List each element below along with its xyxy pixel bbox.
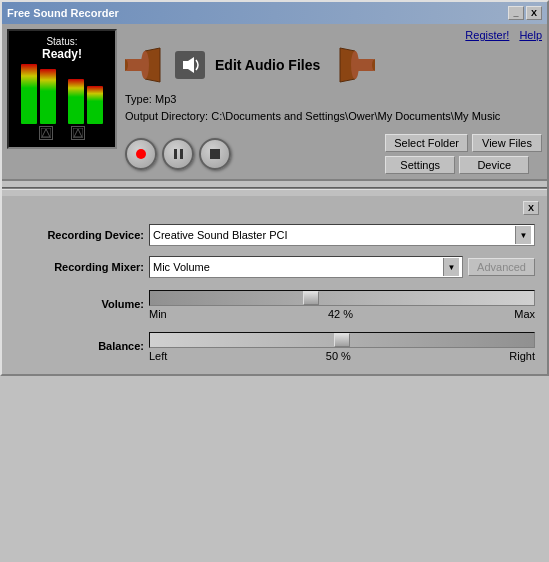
top-links-row: Register! Help — [125, 29, 542, 41]
edit-audio-row: Edit Audio Files — [125, 46, 542, 84]
balance-slider-thumb[interactable] — [334, 333, 350, 347]
vu-bar-right-1 — [68, 79, 84, 124]
recording-device-label: Recording Device: — [14, 229, 144, 241]
balance-slider-labels: Left 50 % Right — [149, 350, 535, 362]
help-link[interactable]: Help — [519, 29, 542, 41]
record-button[interactable] — [125, 138, 157, 170]
status-label: Status: — [9, 36, 115, 47]
select-folder-button[interactable]: Select Folder — [385, 134, 468, 152]
register-link[interactable]: Register! — [465, 29, 509, 41]
view-files-button[interactable]: View Files — [472, 134, 542, 152]
svg-marker-1 — [42, 129, 50, 137]
horn-left-icon — [125, 46, 165, 84]
pause-bar-2 — [180, 149, 183, 159]
close-button[interactable]: X — [526, 6, 542, 20]
visualizer: Status: Ready! — [7, 29, 117, 149]
recording-mixer-label: Recording Mixer: — [14, 261, 144, 273]
action-row-1: Select Folder View Files — [385, 134, 542, 152]
pause-icon — [174, 149, 183, 159]
svg-marker-3 — [74, 129, 82, 137]
volume-max-label: Max — [514, 308, 535, 320]
type-value: Mp3 — [155, 93, 176, 105]
titlebar: Free Sound Recorder _ X — [2, 2, 547, 24]
recording-mixer-value: Mic Volume — [153, 261, 443, 273]
recording-mixer-control: Mic Volume ▼ Advanced — [149, 256, 535, 278]
volume-slider-labels: Min 42 % Max — [149, 308, 535, 320]
recording-device-control: Creative Sound Blaster PCI ▼ — [149, 224, 535, 246]
vu-indicator-right — [71, 126, 85, 140]
device-button[interactable]: Device — [459, 156, 529, 174]
vu-indicators — [39, 126, 85, 142]
minimize-button[interactable]: _ — [508, 6, 524, 20]
balance-left-label: Left — [149, 350, 167, 362]
transport-buttons — [125, 138, 231, 170]
titlebar-title: Free Sound Recorder — [7, 7, 119, 19]
status-area: Status: Ready! — [9, 36, 115, 61]
stop-button[interactable] — [199, 138, 231, 170]
action-buttons: Select Folder View Files Settings Device — [385, 134, 542, 174]
edit-audio-title: Edit Audio Files — [215, 57, 320, 73]
volume-label: Volume: — [14, 298, 144, 310]
pause-bar-1 — [174, 149, 177, 159]
balance-value-label: 50 % — [326, 350, 351, 362]
horn-right-icon — [330, 46, 375, 84]
output-dir-row: Output Directory: C:\Documents and Setti… — [125, 108, 542, 125]
volume-slider-container: Min 42 % Max — [149, 288, 535, 320]
vu-indicator-left — [39, 126, 53, 140]
recording-device-value: Creative Sound Blaster PCI — [153, 229, 515, 241]
section-separator — [2, 187, 547, 190]
output-dir-label: Output Directory: — [125, 110, 208, 122]
file-info: Type: Mp3 Output Directory: C:\Documents… — [125, 91, 542, 124]
volume-value-label: 42 % — [328, 308, 353, 320]
balance-label: Balance: — [14, 340, 144, 352]
type-label: Type: — [125, 93, 152, 105]
type-row: Type: Mp3 — [125, 91, 542, 108]
vu-bar-left-2 — [40, 69, 56, 124]
recording-mixer-arrow-icon: ▼ — [443, 258, 459, 276]
recording-mixer-dropdown[interactable]: Mic Volume ▼ — [149, 256, 463, 278]
vu-bar-left-1 — [21, 64, 37, 124]
bottom-close-button[interactable]: X — [523, 201, 539, 215]
vu-bar-group-left — [21, 64, 56, 124]
record-dot-icon — [136, 149, 146, 159]
recording-device-arrow-icon: ▼ — [515, 226, 531, 244]
titlebar-buttons: _ X — [508, 6, 542, 20]
bottom-section: X Recording Device: Creative Sound Blast… — [2, 196, 547, 374]
right-panel: Register! Help Edit Aud — [125, 29, 542, 174]
recording-device-dropdown[interactable]: Creative Sound Blaster PCI ▼ — [149, 224, 535, 246]
output-dir-value: C:\Documents and Settings\Ower\My Docume… — [211, 110, 500, 122]
pause-button[interactable] — [162, 138, 194, 170]
main-window: Free Sound Recorder _ X Status: Ready! — [0, 0, 549, 376]
volume-slider-track[interactable] — [149, 290, 535, 306]
settings-button[interactable]: Settings — [385, 156, 455, 174]
vu-bar-group-right — [68, 79, 103, 124]
volume-min-label: Min — [149, 308, 167, 320]
balance-slider-track[interactable] — [149, 332, 535, 348]
balance-right-label: Right — [509, 350, 535, 362]
status-value: Ready! — [9, 47, 115, 61]
vu-bar-right-2 — [87, 86, 103, 124]
top-section: Status: Ready! — [2, 24, 547, 181]
controls-row: Select Folder View Files Settings Device — [125, 134, 542, 174]
action-row-2: Settings Device — [385, 156, 542, 174]
settings-grid: Recording Device: Creative Sound Blaster… — [14, 224, 535, 362]
svg-marker-8 — [183, 57, 194, 73]
advanced-button[interactable]: Advanced — [468, 258, 535, 276]
stop-square-icon — [210, 149, 220, 159]
volume-slider-thumb[interactable] — [303, 291, 319, 305]
speaker-icon — [175, 51, 205, 79]
balance-slider-container: Left 50 % Right — [149, 330, 535, 362]
